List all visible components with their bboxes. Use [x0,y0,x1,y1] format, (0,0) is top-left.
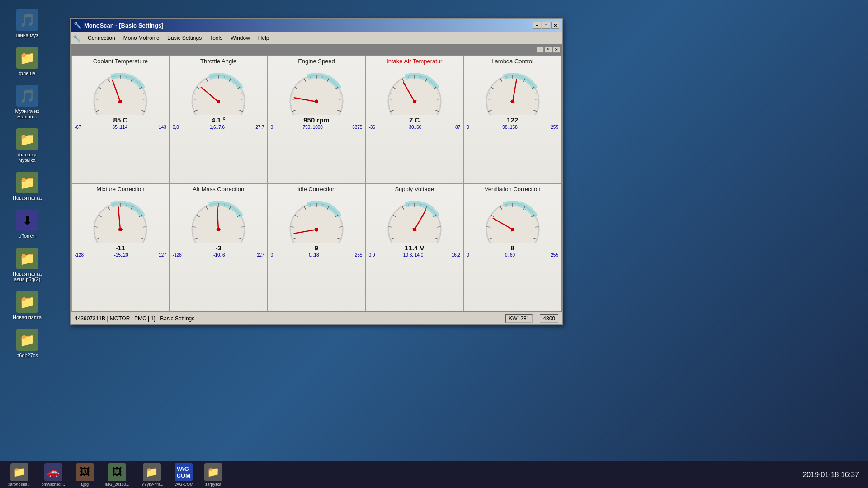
gauge-title-6: Air Mass Correction [193,186,244,192]
svg-line-300 [388,233,390,234]
gauge-value-4: 122 [507,116,518,124]
status-left: 443907311B | MOTOR | PMC | 1] - Basic Se… [75,315,194,322]
menu-window[interactable]: Window [227,34,254,42]
gauge-range-max-9: 255 [551,253,558,258]
gauge-range-mid-6: -10..6 [213,253,225,258]
mdi-area: − 🗗 ✕ Coolant Temperature 85 C [71,44,562,312]
svg-line-18 [145,105,146,106]
gauge-range-mid-5: -15..20 [114,253,128,258]
gauge-range-max-6: 127 [257,253,264,258]
desktop-icon-utorrent[interactable]: ⬇ uTorren [9,210,45,239]
inner-restore-button[interactable]: 🗗 [545,47,552,53]
svg-line-98 [290,99,294,99]
svg-line-104 [339,99,343,99]
taskbar-clock: 2019·01·18 16:37 [793,471,868,479]
menu-mono-motronic[interactable]: Mono Motronic [120,34,163,42]
desktop-icon-flash2[interactable]: 📁 флешку музыка [9,128,45,163]
gauge-cell-5: Mixture Correction -11 -128 -15..20 127 [71,183,170,311]
svg-line-135 [388,99,392,99]
gauge-range-min-5: -128 [75,253,84,258]
taskbar-item-0[interactable]: 📁 заголовна... [5,461,34,488]
inner-window: − 🗗 ✕ Coolant Temperature 85 C [71,44,562,312]
taskbar-item-vagcom[interactable]: VAG-COM VAG-COM [170,461,197,488]
menu-connection[interactable]: Connection [84,34,119,42]
svg-line-226 [193,233,194,234]
gauge-svg-2 [285,66,348,115]
gauge-range-mid-8: 10,8..14,0 [403,253,423,258]
gauge-title-8: Supply Voltage [395,186,434,192]
svg-line-326 [437,227,441,227]
gauge-value-8: 11.4 V [405,244,424,252]
svg-line-189 [94,233,96,234]
svg-line-67 [241,99,245,99]
minimize-button[interactable]: − [533,22,541,29]
gauge-title-5: Mixture Correction [96,186,144,192]
gauge-range-5: -128 -15..20 127 [73,253,168,258]
desktop-icon-music[interactable]: 🎵 шина муз [9,9,45,38]
gauge-range-4: 0 98..158 255 [465,125,560,130]
taskbar-item-2[interactable]: 🖼 i.jpg [72,461,98,488]
desktop-icon-asus[interactable]: 📁 Новая папка asus p5q(2) [9,248,45,282]
gauge-grid: Coolant Temperature 85 C -67 85..114 143… [71,55,562,312]
svg-line-351 [537,233,538,234]
desktop-icon-b6[interactable]: 📁 b6db27cs [9,329,45,358]
gauge-cell-8: Supply Voltage 11.4 V 0,0 10,8..14,0 16,… [365,183,463,311]
gauge-range-mid-9: 0..60 [505,253,515,258]
gauge-range-max-2: 6375 [352,125,362,130]
inner-minimize-button[interactable]: − [537,47,544,53]
svg-line-115 [388,105,390,106]
svg-line-166 [537,105,538,106]
desktop-icon-music2[interactable]: 🎵 Музыка из машин... [9,85,45,119]
maximize-button[interactable]: □ [542,22,550,29]
status-speed: 4800 [540,314,558,323]
status-bar: 443907311B | MOTOR | PMC | 1] - Basic Se… [71,312,562,324]
svg-point-36 [118,100,122,103]
gauge-range-max-8: 16,2 [452,253,460,258]
taskbar-item-3[interactable]: 🖼 IMG_20160... [101,461,133,488]
gauge-svg-8 [383,193,446,243]
gauge-cell-9: Ventilation Correction 8 0 0..60 255 [463,183,561,311]
desktop-icons: 🎵 шина муз 📁 флеше 🎵 Музыка из машин... … [9,9,45,358]
desktop-icon-flash[interactable]: 📁 флеше [9,47,45,76]
gauge-svg-3 [383,66,446,115]
gauge-value-0: 85 C [113,116,128,124]
svg-line-320 [388,227,392,227]
svg-line-61 [193,99,196,99]
gauge-title-3: Intake Air Temperatur [387,58,442,65]
gauge-range-mid-0: 85..114 [113,125,127,130]
gauge-title-0: Coolant Temperature [93,58,148,65]
gauge-range-0: -67 85..114 143 [73,125,168,130]
gauge-title-1: Throttle Angle [200,58,236,65]
gauge-value-7: 9 [315,244,318,252]
gauge-value-5: -11 [116,244,126,252]
gauge-range-min-8: 0,0 [368,253,375,258]
gauge-title-4: Lambda Control [491,58,533,65]
inner-close-button[interactable]: ✕ [553,47,560,53]
gauge-range-9: 0 0..60 255 [465,253,560,258]
gauge-range-min-2: 0 [271,125,274,130]
svg-line-78 [291,105,292,106]
menu-help[interactable]: Help [255,34,273,42]
svg-line-4 [94,105,96,106]
gauge-range-min-1: 0,0 [173,125,179,130]
svg-line-277 [340,233,342,234]
gauge-cell-3: Intake Air Temperatur 7 C -36 30..60 87 [365,56,463,183]
taskbar-item-6[interactable]: 📁 загрузки [201,461,226,488]
desktop-icon-folder2[interactable]: 📁 Новая папка [9,291,45,320]
gauge-range-7: 0 0..18 255 [269,253,364,258]
svg-line-363 [535,227,538,227]
svg-point-295 [315,228,318,231]
gauge-cell-6: Air Mass Correction -3 -128 -10..6 127 [170,183,268,311]
gauge-title-2: Engine Speed [298,58,335,65]
taskbar-item-4[interactable]: 📁 IYYykv-4m... [137,461,167,488]
menu-basic-settings[interactable]: Basic Settings [164,34,205,42]
gauge-range-mid-4: 98..158 [502,125,517,130]
menu-tools[interactable]: Tools [206,34,226,42]
title-bar: 🔧 MonoScan - [Basic Settings] − □ ✕ [71,19,562,32]
gauge-range-1: 0,0 1,6..7,6 27,7 [171,125,266,130]
desktop-icon-folder[interactable]: 📁 Новая папка [9,172,45,201]
taskbar-item-1[interactable]: 🚗 bmwschildt... [38,461,69,488]
gauge-value-3: 7 C [409,116,420,124]
svg-line-178 [535,99,538,99]
close-button[interactable]: ✕ [551,22,559,29]
